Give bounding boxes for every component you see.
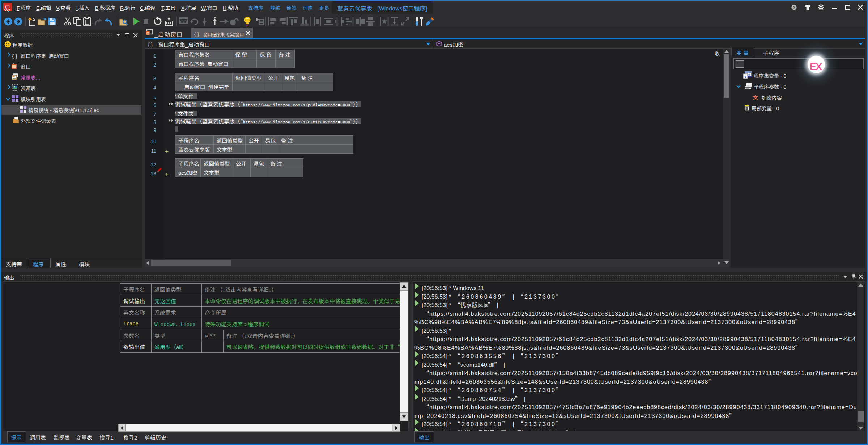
svg-text:e: e	[745, 75, 746, 79]
svg-text:?: ?	[793, 5, 795, 9]
